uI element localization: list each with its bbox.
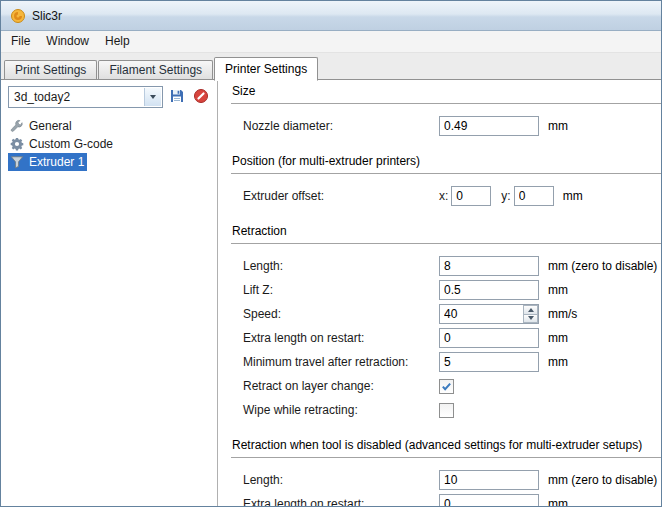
extruder-offset-y-input[interactable] — [514, 186, 554, 206]
extra-length-on-restart-input[interactable] — [439, 328, 539, 348]
tab-print-settings[interactable]: Print Settings — [4, 60, 97, 80]
preset-toolbar: 3d_today2 — [8, 86, 212, 108]
tree-item-label: General — [29, 119, 72, 133]
setting-row: Length:mm (zero to disable) — [231, 254, 661, 278]
menu-window[interactable]: Window — [38, 31, 97, 52]
setting-row: Retract on layer change: — [231, 374, 661, 398]
funnel-icon — [10, 155, 24, 169]
setting-row: Length:mm (zero to disable) — [231, 468, 661, 492]
section-title: Retraction when tool is disabled (advanc… — [231, 438, 661, 453]
spin-field — [439, 304, 539, 324]
slic3r-window: Slic3r FileWindowHelp Print SettingsFila… — [0, 0, 662, 507]
section-separator — [231, 457, 661, 461]
menu-file[interactable]: File — [3, 31, 38, 52]
preset-combobox-value: 3d_today2 — [14, 90, 70, 104]
length-input[interactable] — [439, 256, 539, 276]
setting-label: Extra length on restart: — [243, 497, 439, 506]
slic3r-logo-icon — [10, 8, 26, 24]
triangle-up-icon — [528, 308, 534, 312]
preset-combobox[interactable]: 3d_today2 — [8, 86, 163, 108]
unit-label: mm — [548, 119, 568, 133]
minimum-travel-after-retraction-input[interactable] — [439, 352, 539, 372]
tree-item-extruder-1[interactable]: Extruder 1 — [8, 153, 87, 171]
y-label: y: — [501, 189, 510, 203]
section-separator — [231, 173, 661, 177]
setting-label: Wipe while retracting: — [243, 403, 439, 417]
unit-label: mm (zero to disable) — [548, 259, 657, 273]
spinner-buttons — [523, 305, 538, 323]
unit-label: mm (zero to disable) — [548, 473, 657, 487]
tab-printer-settings[interactable]: Printer Settings — [214, 57, 318, 81]
setting-row: Wipe while retracting: — [231, 398, 661, 422]
setting-label: Speed: — [243, 307, 439, 321]
unit-label: mm — [548, 331, 568, 345]
tree-item-label: Custom G-code — [29, 137, 113, 151]
unit-label: mm — [563, 189, 583, 203]
gear-icon — [10, 137, 24, 151]
section-separator — [231, 243, 661, 247]
menubar: FileWindowHelp — [1, 31, 661, 53]
lift-z-input[interactable] — [439, 280, 539, 300]
floppy-disk-icon — [169, 88, 185, 107]
tree-item-label: Extruder 1 — [29, 155, 84, 169]
section-retraction-when-tool-is-disabled-advance: Retraction when tool is disabled (advanc… — [231, 438, 661, 506]
setting-label: Length: — [243, 473, 439, 487]
setting-row: Lift Z:mm — [231, 278, 661, 302]
extra-length-on-restart-input[interactable] — [439, 494, 539, 506]
setting-label: Retract on layer change: — [243, 379, 439, 393]
delete-preset-button[interactable] — [190, 86, 212, 108]
extruder-offset-x-input[interactable] — [451, 186, 491, 206]
save-preset-button[interactable] — [166, 86, 188, 108]
setting-label: Length: — [243, 259, 439, 273]
section-title: Position (for multi-extruder printers) — [231, 154, 661, 169]
settings-tree: GeneralCustom G-codeExtruder 1 — [8, 117, 212, 171]
checkmark-icon — [441, 381, 452, 392]
setting-row: Speed:mm/s — [231, 302, 661, 326]
tab-bar: Print SettingsFilament SettingsPrinter S… — [1, 53, 661, 80]
retract-on-layer-change-checkbox[interactable] — [439, 379, 454, 394]
content-area: 3d_today2 GeneralCustom G-codeExtruder 1… — [1, 80, 661, 506]
tree-item-general[interactable]: General — [8, 117, 75, 135]
setting-row: Nozzle diameter:mm — [231, 114, 661, 138]
length-input[interactable] — [439, 470, 539, 490]
setting-row: Extruder offset:x:y:mm — [231, 184, 661, 208]
section-title: Retraction — [231, 224, 661, 239]
section-retraction: RetractionLength:mm (zero to disable)Lif… — [231, 224, 661, 422]
nozzle-diameter-input[interactable] — [439, 116, 539, 136]
titlebar: Slic3r — [1, 1, 661, 31]
section-size: SizeNozzle diameter:mm — [231, 84, 661, 138]
setting-label: Lift Z: — [243, 283, 439, 297]
setting-row: Extra length on restart:mm — [231, 326, 661, 350]
x-label: x: — [439, 189, 448, 203]
combobox-dropdown-button[interactable] — [144, 88, 161, 106]
chevron-down-icon — [150, 95, 156, 99]
section-position-for-multi-extruder-printers: Position (for multi-extruder printers)Ex… — [231, 154, 661, 208]
window-title: Slic3r — [32, 9, 62, 23]
spin-down-button[interactable] — [523, 314, 538, 324]
wrench-icon — [10, 119, 24, 133]
unit-label: mm — [548, 283, 568, 297]
unit-label: mm — [548, 497, 568, 506]
setting-label: Extra length on restart: — [243, 331, 439, 345]
unit-label: mm/s — [548, 307, 577, 321]
wipe-while-retracting-checkbox[interactable] — [439, 403, 454, 418]
triangle-down-icon — [528, 316, 534, 320]
tree-item-custom-g-code[interactable]: Custom G-code — [8, 135, 116, 153]
tab-filament-settings[interactable]: Filament Settings — [98, 60, 213, 80]
unit-label: mm — [548, 355, 568, 369]
preset-sidebar: 3d_today2 GeneralCustom G-codeExtruder 1 — [1, 80, 218, 506]
menu-help[interactable]: Help — [97, 31, 138, 52]
setting-row: Minimum travel after retraction:mm — [231, 350, 661, 374]
setting-label: Minimum travel after retraction: — [243, 355, 439, 369]
section-title: Size — [231, 84, 661, 99]
setting-label: Extruder offset: — [243, 189, 439, 203]
no-entry-icon — [193, 88, 209, 107]
spin-up-button[interactable] — [523, 305, 538, 314]
setting-label: Nozzle diameter: — [243, 119, 439, 133]
settings-panel: SizeNozzle diameter:mmPosition (for mult… — [218, 80, 661, 506]
section-separator — [231, 103, 661, 107]
setting-row: Extra length on restart:mm — [231, 492, 661, 506]
